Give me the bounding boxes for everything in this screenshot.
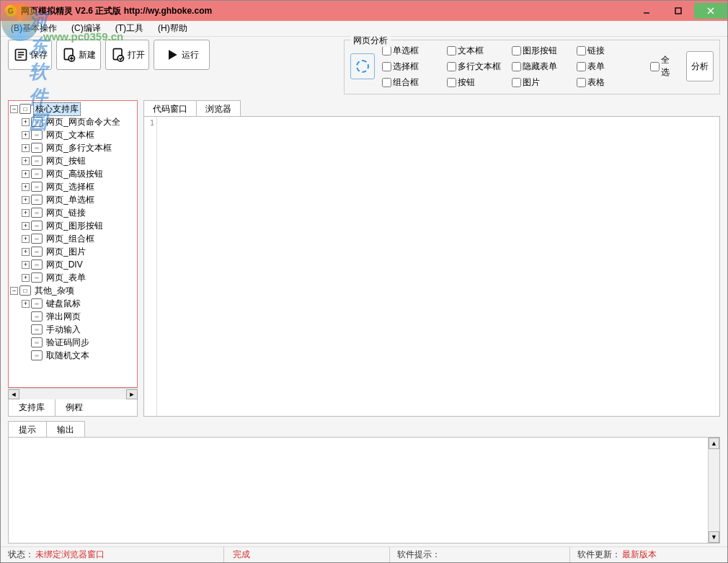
tree-item[interactable]: 网页_单选框 (45, 194, 96, 206)
menu-tools[interactable]: (T)工具 (108, 21, 151, 36)
scroll-right-icon[interactable]: ► (126, 389, 138, 399)
tree-item[interactable]: 网页_文本框 (45, 129, 96, 141)
expand-icon[interactable]: − (10, 105, 18, 113)
titlebar: G 网页模拟精灵 V2.6 正式版 http://wy.ghboke.com (1, 1, 727, 21)
chk-all[interactable]: 全选 (650, 54, 677, 79)
tree-item[interactable]: 网页_高级按钮 (45, 168, 105, 180)
tree-item[interactable]: 网页_网页命令大全 (45, 116, 122, 128)
chk-textbox[interactable]: 文本框 (447, 43, 512, 58)
analysis-legend: 网页分析 (350, 35, 391, 47)
tree-item[interactable]: 取随机文本 (45, 350, 91, 362)
scroll-down-icon[interactable]: ▼ (709, 531, 719, 543)
svg-rect-1 (675, 8, 681, 14)
status-complete: 完成 (233, 549, 250, 561)
chk-radio[interactable]: 单选框 (382, 43, 447, 58)
tree-root-other[interactable]: 其他_杂项 (33, 285, 76, 297)
tree-item[interactable]: 网页_表单 (45, 272, 87, 284)
code-tabs: 代码窗口 浏览器 (143, 100, 720, 116)
tree-item[interactable]: 键盘鼠标 (45, 298, 82, 310)
tab-browser[interactable]: 浏览器 (196, 100, 241, 116)
tree-item[interactable]: 网页_选择框 (45, 181, 96, 193)
scroll-up-icon[interactable]: ▲ (709, 438, 719, 449)
folder-icon: □ (19, 104, 31, 114)
chk-form[interactable]: 表单 (577, 59, 642, 74)
status-hint: 软件提示： (397, 549, 440, 561)
tree-item[interactable]: 网页_多行文本框 (45, 142, 113, 154)
tree-item[interactable]: 验证码同步 (45, 337, 91, 349)
folder-icon: □ (19, 285, 31, 296)
status-bind: 未绑定浏览器窗口 (35, 549, 105, 561)
save-button[interactable]: 保存 (8, 40, 52, 70)
chk-table[interactable]: 表格 (577, 75, 642, 89)
output-textarea[interactable] (9, 438, 708, 543)
chk-imgbtn[interactable]: 图形按钮 (512, 43, 577, 58)
close-button[interactable] (694, 3, 727, 19)
horizontal-scrollbar[interactable]: ◄ ► (8, 388, 138, 399)
open-button[interactable]: 打开 (105, 40, 149, 70)
line-gutter: 1 (144, 117, 157, 416)
tab-example[interactable]: 例程 (56, 399, 93, 416)
svg-point-13 (117, 56, 123, 61)
target-icon[interactable] (350, 53, 376, 79)
window-title: 网页模拟精灵 V2.6 正式版 http://wy.ghboke.com (21, 5, 212, 17)
save-icon (13, 47, 29, 63)
code-editor[interactable]: 1 (143, 116, 720, 417)
open-icon (110, 47, 126, 63)
tree-root-core[interactable]: 核心支持库 (33, 102, 81, 116)
menu-basic[interactable]: (B)基本操作 (4, 21, 64, 36)
chk-textarea[interactable]: 多行文本框 (447, 59, 512, 74)
tree-item[interactable]: 网页_链接 (45, 207, 87, 219)
play-icon (164, 47, 180, 63)
tree-item[interactable]: 网页_图片 (45, 246, 87, 258)
tree-item[interactable]: 弹出网页 (45, 311, 82, 323)
new-button[interactable]: 新建 (56, 40, 100, 70)
tab-hint[interactable]: 提示 (8, 421, 47, 437)
tree-item[interactable]: 网页_DIV (45, 259, 84, 271)
chk-select[interactable]: 选择框 (382, 59, 447, 74)
maximize-button[interactable] (662, 3, 694, 19)
tree-view[interactable]: −□核心支持库 +◦◦网页_网页命令大全 +◦◦网页_文本框 +◦◦网页_多行文… (8, 100, 138, 388)
tab-output[interactable]: 输出 (46, 421, 85, 437)
menu-compile[interactable]: (C)编译 (64, 21, 108, 36)
chk-combo[interactable]: 组合框 (382, 75, 447, 89)
analyze-button[interactable]: 分析 (686, 51, 714, 81)
new-icon (61, 47, 77, 63)
scroll-left-icon[interactable]: ◄ (8, 389, 19, 399)
chk-image[interactable]: 图片 (512, 75, 577, 89)
status-update: 最新版本 (622, 549, 657, 561)
chk-hidden[interactable]: 隐藏表单 (512, 59, 577, 74)
menu-help[interactable]: (H)帮助 (151, 21, 195, 36)
item-icon: ◦◦ (31, 117, 43, 127)
analysis-group: 网页分析 单选框 文本框 图形按钮 链接 选择框 多行文本框 隐藏表单 表单 组… (344, 40, 720, 94)
left-tabs: 支持库 例程 (8, 399, 138, 417)
tree-item[interactable]: 网页_组合框 (45, 233, 96, 245)
minimize-button[interactable] (631, 3, 662, 19)
tab-support[interactable]: 支持库 (9, 399, 56, 416)
vertical-scrollbar[interactable]: ▲ ▼ (708, 438, 719, 543)
tab-code[interactable]: 代码窗口 (143, 100, 197, 116)
chk-link[interactable]: 链接 (577, 43, 642, 58)
svg-marker-14 (169, 50, 177, 59)
run-button[interactable]: 运行 (154, 40, 209, 70)
tree-item[interactable]: 手动输入 (45, 324, 82, 336)
statusbar: 状态： 未绑定浏览器窗口 完成 软件提示： 软件更新： 最新版本 (1, 546, 727, 562)
output-tabs: 提示 输出 (8, 421, 720, 437)
chk-button[interactable]: 按钮 (447, 75, 512, 89)
toolbar: 保存 新建 打开 运行 网页分析 单选框 文本框 图形按钮 链接 选择框 多行文… (1, 37, 727, 96)
tree-item[interactable]: 网页_按钮 (45, 155, 87, 167)
app-icon: G (5, 5, 17, 17)
tree-item[interactable]: 网页_图形按钮 (45, 220, 105, 232)
